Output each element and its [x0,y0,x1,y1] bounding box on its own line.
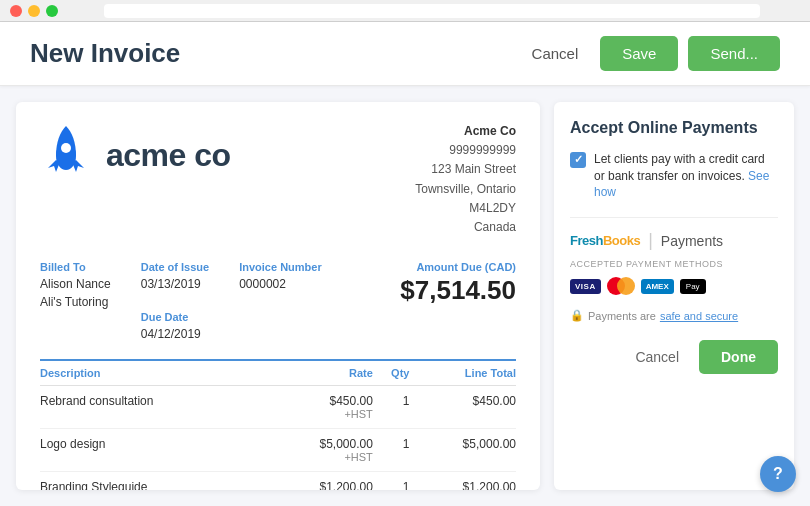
freshbooks-logo: FreshBooks [570,233,640,248]
col-description: Description [40,360,266,386]
payment-icons: VISA AMEX Pay [570,277,778,295]
rocket-icon [40,122,92,188]
payments-title: Accept Online Payments [570,118,778,139]
date-issue-value: 03/13/2019 [141,275,209,293]
visa-icon: VISA [570,279,601,294]
amex-icon: AMEX [641,279,674,294]
payments-card: Accept Online Payments Let clients pay w… [554,102,794,490]
row-description: Logo design [40,429,266,472]
invoice-number-section: Invoice Number 0000002 [239,261,322,293]
lock-icon: 🔒 [570,309,584,322]
row-line-total: $5,000.00 [409,429,516,472]
header: New Invoice Cancel Save Send... [0,22,810,86]
invoice-panel: acme co Acme Co 9999999999 123 Main Stre… [16,102,540,490]
invoice-header: acme co Acme Co 9999999999 123 Main Stre… [40,122,516,237]
svg-point-1 [61,143,71,153]
amount-due-label: Amount Due (CAD) [400,261,516,273]
billed-to-name: Alison Nance [40,275,111,293]
billed-to-company: Ali's Tutoring [40,293,111,311]
table-row: Branding Styleguide $1,200.00 +HST 1 $1,… [40,472,516,490]
date-issue-label: Date of Issue [141,261,209,273]
cancel-button[interactable]: Cancel [520,37,591,70]
address-line1: 123 Main Street [415,160,516,179]
date-issue-section: Date of Issue 03/13/2019 Due Date 04/12/… [141,261,209,343]
checkbox-text: Let clients pay with a credit card or ba… [594,151,778,201]
accepted-label: ACCEPTED PAYMENT METHODS [570,259,778,269]
table-row: Rebrand consultation $450.00 +HST 1 $450… [40,386,516,429]
help-icon: ? [773,465,783,483]
row-qty: 1 [373,429,410,472]
help-button[interactable]: ? [760,456,796,492]
row-qty: 1 [373,386,410,429]
row-rate: $450.00 +HST [266,386,373,429]
col-qty: Qty [373,360,410,386]
app: New Invoice Cancel Save Send... [0,22,810,506]
header-actions: Cancel Save Send... [520,36,780,71]
due-date-value: 04/12/2019 [141,325,209,343]
freshbooks-payments: FreshBooks | Payments ACCEPTED PAYMENT M… [570,217,778,322]
checkbox-row[interactable]: Let clients pay with a credit card or ba… [570,151,778,201]
amount-due-value: $7,514.50 [400,275,516,306]
col-rate: Rate [266,360,373,386]
col-line-total: Line Total [409,360,516,386]
freshbooks-logo-row: FreshBooks | Payments [570,230,778,251]
billed-to-section: Billed To Alison Nance Ali's Tutoring [40,261,111,311]
row-description: Branding Styleguide [40,472,266,490]
invoice-number-label: Invoice Number [239,261,322,273]
send-button[interactable]: Send... [688,36,780,71]
payments-word: Payments [661,233,723,249]
company-name: acme co [106,137,231,174]
address-line4: Canada [415,218,516,237]
mastercard-icon [607,277,635,295]
address-line2: Townsville, Ontario [415,180,516,199]
amount-due-section: Amount Due (CAD) $7,514.50 [400,261,516,343]
billed-to-label: Billed To [40,261,111,273]
address-bar [104,4,760,18]
right-panel: Accept Online Payments Let clients pay w… [554,102,794,490]
company-details: Acme Co 9999999999 123 Main Street Towns… [415,122,516,237]
panel-cancel-button[interactable]: Cancel [625,341,689,373]
page-title: New Invoice [30,38,180,69]
main-content: acme co Acme Co 9999999999 123 Main Stre… [0,86,810,506]
apple-pay-icon: Pay [680,279,706,294]
invoice-number-value: 0000002 [239,275,322,293]
table-row: Logo design $5,000.00 +HST 1 $5,000.00 [40,429,516,472]
address-line3: M4L2DY [415,199,516,218]
due-date-label: Due Date [141,311,209,323]
maximize-button[interactable] [46,5,58,17]
close-button[interactable] [10,5,22,17]
secure-link[interactable]: safe and secure [660,310,738,322]
company-legal-name: Acme Co [415,122,516,141]
row-rate: $1,200.00 +HST [266,472,373,490]
window-chrome [0,0,810,22]
row-line-total: $1,200.00 [409,472,516,490]
row-rate: $5,000.00 +HST [266,429,373,472]
secure-text: 🔒 Payments are safe and secure [570,309,778,322]
row-qty: 1 [373,472,410,490]
row-line-total: $450.00 [409,386,516,429]
save-button[interactable]: Save [600,36,678,71]
done-button[interactable]: Done [699,340,778,374]
company-phone: 9999999999 [415,141,516,160]
panel-footer: Cancel Done [570,332,778,374]
row-description: Rebrand consultation [40,386,266,429]
minimize-button[interactable] [28,5,40,17]
company-branding: acme co [40,122,231,188]
invoice-table: Description Rate Qty Line Total Rebrand … [40,359,516,490]
payments-checkbox[interactable] [570,152,586,168]
